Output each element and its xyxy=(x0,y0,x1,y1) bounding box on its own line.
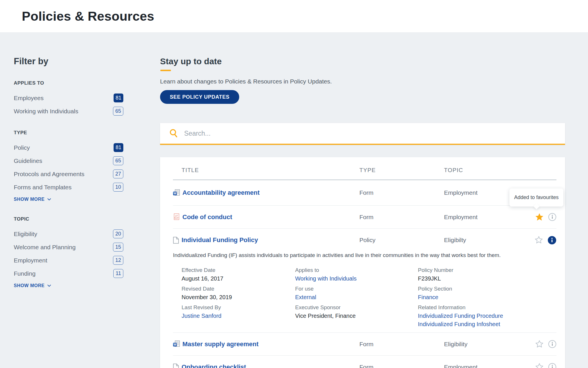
count-badge: 81 xyxy=(114,94,123,102)
pdf-document-icon: pdf xyxy=(173,213,180,221)
search-icon xyxy=(169,128,178,138)
count-badge: 12 xyxy=(113,256,123,265)
info-button[interactable] xyxy=(548,340,556,348)
document-link[interactable]: Accountability agreement xyxy=(182,189,260,196)
table-row: W Master supply agreement Form Eligibili… xyxy=(173,333,556,356)
info-button[interactable] xyxy=(548,213,556,221)
table-row: Individual Funding Policy Policy Eligibi… xyxy=(173,229,556,252)
table-row: Onboarding checklist Form Employment xyxy=(173,356,556,368)
star-outline-icon xyxy=(535,340,544,349)
results-table: TITLE TYPE TOPIC W Accountability agreem… xyxy=(160,157,565,368)
favourite-star-button[interactable] xyxy=(535,363,544,368)
filter-item-label: Protocols and Agreements xyxy=(14,171,84,178)
detail-link[interactable]: Individualized Funding Procedure xyxy=(418,313,556,319)
filter-item-label: Employees xyxy=(14,95,44,102)
filter-group-type: TYPE Policy 81 Guidelines 65 Protocols a… xyxy=(14,130,123,202)
word-document-icon: W xyxy=(173,189,180,196)
star-outline-icon xyxy=(534,235,544,245)
document-icon xyxy=(173,237,179,244)
favourite-star-button[interactable] xyxy=(534,235,544,245)
stay-up-to-date-text: Learn about changes to Policies & Resour… xyxy=(160,78,332,85)
sidebar-item-eligibility[interactable]: Eligibility 20 xyxy=(14,229,123,238)
count-badge: 15 xyxy=(113,243,123,252)
row-topic: Eligibilty xyxy=(444,237,534,244)
sidebar-item-protocols-and-agreements[interactable]: Protocols and Agreements 27 xyxy=(14,170,123,178)
count-badge: 81 xyxy=(114,143,123,152)
document-link[interactable]: Onboarding checklist xyxy=(182,363,246,368)
heading-accent-bar xyxy=(160,70,171,71)
details-column: Policy Number F239JKL Policy Section Fin… xyxy=(418,267,556,331)
filter-item-label: Forms and Templates xyxy=(14,184,72,191)
sidebar-item-employment[interactable]: Employment 12 xyxy=(14,256,123,265)
filter-group-label: TOPIC xyxy=(14,216,123,222)
detail-value: November 30, 2019 xyxy=(182,294,295,301)
see-policy-updates-button[interactable]: SEE POLICY UPDATES xyxy=(160,90,239,104)
info-button[interactable] xyxy=(548,363,556,368)
row-type: Form xyxy=(359,364,444,368)
svg-text:W: W xyxy=(174,192,176,195)
document-icon xyxy=(173,363,179,368)
detail-value: August 16, 2017 xyxy=(182,275,295,282)
detail-label: Policy Number xyxy=(418,267,556,273)
detail-label: For use xyxy=(295,286,418,292)
search-bar xyxy=(160,123,565,145)
detail-link[interactable]: Finance xyxy=(418,294,438,300)
favourite-star-button[interactable] xyxy=(535,213,544,222)
sidebar-item-forms-and-templates[interactable]: Forms and Templates 10 xyxy=(14,183,123,192)
details-column: Effective Date August 16, 2017 Revised D… xyxy=(182,267,295,331)
info-circle-filled-icon xyxy=(548,236,556,245)
row-topic: Employment xyxy=(444,364,534,368)
tooltip: Added to favourites xyxy=(509,188,563,207)
filter-by-title: Filter by xyxy=(14,56,123,67)
info-button-active[interactable] xyxy=(548,236,556,245)
detail-link[interactable]: Working with Individuals xyxy=(295,275,357,282)
info-circle-icon xyxy=(548,363,556,368)
detail-label: Applies to xyxy=(295,267,418,273)
sidebar-item-guidelines[interactable]: Guidelines 65 xyxy=(14,156,123,165)
filter-item-label: Employment xyxy=(14,257,47,264)
row-type: Form xyxy=(359,189,444,196)
table-row: pdf Code of conduct Form Employment xyxy=(173,206,556,229)
count-badge: 20 xyxy=(113,229,123,238)
search-input[interactable] xyxy=(184,130,528,137)
table-header-row: TITLE TYPE TOPIC xyxy=(173,157,556,180)
chevron-down-icon xyxy=(47,198,51,201)
policy-details: Effective Date August 16, 2017 Revised D… xyxy=(173,267,556,332)
filter-group-topic: TOPIC Eligibility 20 Welcome and Plannin… xyxy=(14,216,123,288)
filter-group-label: TYPE xyxy=(14,130,123,136)
detail-link[interactable]: Individualized Funding Infosheet xyxy=(418,321,556,328)
detail-link[interactable]: External xyxy=(295,294,316,300)
show-more-topic-button[interactable]: SHOW MORE xyxy=(14,283,51,288)
count-badge: 65 xyxy=(113,107,123,116)
show-more-type-button[interactable]: SHOW MORE xyxy=(14,197,51,202)
detail-link[interactable]: Justine Sanford xyxy=(182,313,221,319)
detail-label: Effective Date xyxy=(182,267,295,273)
count-badge: 65 xyxy=(113,156,123,165)
sidebar-item-policy[interactable]: Policy 81 xyxy=(14,143,123,152)
row-topic: Employment xyxy=(444,214,534,221)
document-link[interactable]: Master supply agreement xyxy=(182,340,258,348)
detail-label: Policy Section xyxy=(418,286,556,292)
filter-sidebar: Filter by APPLIES TO Employees 81 Workin… xyxy=(14,56,123,303)
info-circle-icon xyxy=(548,213,556,221)
sidebar-item-funding[interactable]: Funding 11 xyxy=(14,269,123,278)
sidebar-item-working-with-individuals[interactable]: Working with Individuals 65 xyxy=(14,107,123,116)
filter-item-label: Working with Individuals xyxy=(14,108,78,115)
show-more-label: SHOW MORE xyxy=(14,197,45,202)
sidebar-item-welcome-and-planning[interactable]: Welcome and Planning 15 xyxy=(14,243,123,252)
document-link[interactable]: Individual Funding Policy xyxy=(182,236,258,244)
count-badge: 27 xyxy=(113,170,123,178)
show-more-label: SHOW MORE xyxy=(14,283,45,288)
detail-label: Related Information xyxy=(418,304,556,311)
sidebar-item-employees[interactable]: Employees 81 xyxy=(14,94,123,102)
info-circle-icon xyxy=(548,340,556,348)
document-link[interactable]: Code of conduct xyxy=(182,213,232,221)
filter-group-label: APPLIES TO xyxy=(14,80,123,86)
detail-value: F239JKL xyxy=(418,275,556,282)
favourite-star-button[interactable] xyxy=(535,340,544,349)
column-header-title: TITLE xyxy=(173,167,359,174)
svg-text:W: W xyxy=(174,343,176,346)
filter-item-label: Guidelines xyxy=(14,157,42,164)
count-badge: 10 xyxy=(113,183,123,192)
row-type: Form xyxy=(359,214,444,221)
